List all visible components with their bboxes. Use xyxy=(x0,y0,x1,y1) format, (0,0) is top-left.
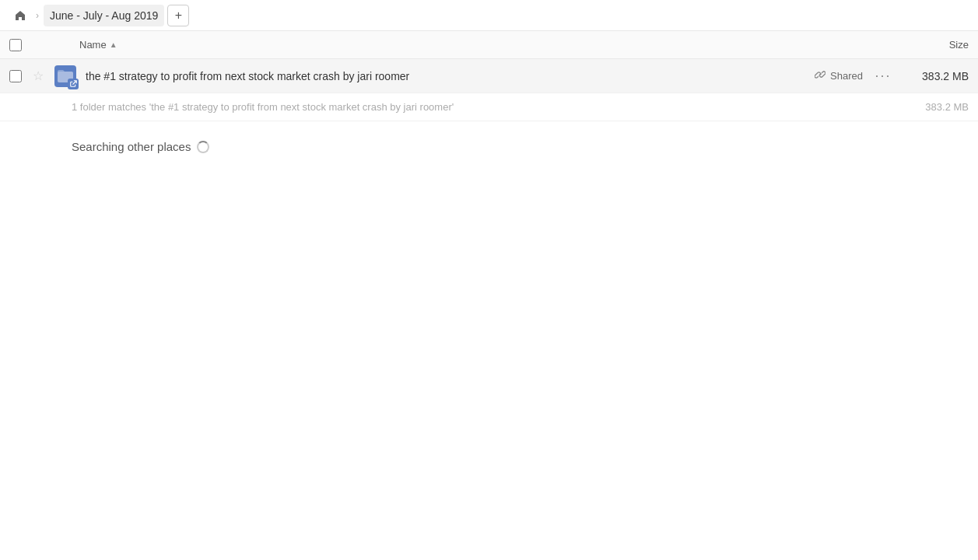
select-all-checkbox-container[interactable] xyxy=(9,39,33,51)
file-checkbox[interactable] xyxy=(9,70,22,82)
breadcrumb-bar: › June - July - Aug 2019 + xyxy=(0,0,978,31)
name-column-header[interactable]: Name ▲ xyxy=(79,39,891,51)
more-icon: ··· xyxy=(875,68,891,84)
shared-link-icon xyxy=(815,69,826,82)
match-info-row: 1 folder matches 'the #1 strategy to pro… xyxy=(0,93,978,121)
name-column-label: Name xyxy=(79,39,107,51)
home-icon xyxy=(14,9,26,22)
file-icon-container xyxy=(54,65,79,87)
breadcrumb-add-button[interactable]: + xyxy=(167,5,189,26)
star-icon: ☆ xyxy=(33,68,44,83)
add-button-label: + xyxy=(175,9,182,23)
size-column-header: Size xyxy=(891,39,969,51)
file-icon xyxy=(54,65,76,87)
select-all-checkbox[interactable] xyxy=(9,39,22,51)
searching-spinner xyxy=(197,141,209,153)
searching-section: Searching other places xyxy=(0,121,978,163)
breadcrumb-item[interactable]: June - July - Aug 2019 xyxy=(44,5,164,26)
file-shared-area: Shared xyxy=(815,69,863,82)
match-info-text: 1 folder matches 'the #1 strategy to pro… xyxy=(72,101,906,113)
file-star-button[interactable]: ☆ xyxy=(33,68,54,83)
breadcrumb-item-label: June - July - Aug 2019 xyxy=(50,9,158,22)
shared-label: Shared xyxy=(830,70,863,82)
size-column-label: Size xyxy=(949,39,969,51)
file-name: the #1 strategy to profit from next stoc… xyxy=(79,70,815,82)
file-checkbox-container[interactable] xyxy=(9,70,33,82)
link-overlay-icon xyxy=(68,79,79,89)
searching-title: Searching other places xyxy=(72,140,191,153)
breadcrumb-separator: › xyxy=(34,10,40,21)
file-more-button[interactable]: ··· xyxy=(872,65,894,87)
match-info-size: 383.2 MB xyxy=(906,101,969,113)
file-size: 383.2 MB xyxy=(906,70,969,82)
column-headers: Name ▲ Size xyxy=(0,31,978,59)
home-button[interactable] xyxy=(9,5,31,26)
sort-arrow-icon: ▲ xyxy=(110,40,117,49)
file-row[interactable]: ☆ the #1 strategy to profit from next st… xyxy=(0,59,978,93)
